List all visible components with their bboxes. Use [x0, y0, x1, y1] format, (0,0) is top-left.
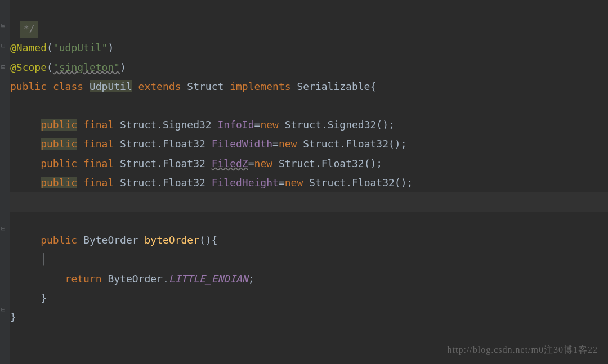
keyword-final: final: [83, 177, 114, 188]
field-declaration: public final Struct.Float32 FiledWidth=n…: [10, 138, 407, 150]
keyword-class: class: [53, 80, 83, 92]
keyword-final: final: [83, 158, 114, 169]
class-close: }: [10, 311, 16, 323]
return-type: ByteOrder: [83, 234, 138, 246]
editor-gutter: ⊟ ⊟ ⊟ ⊟ ⊟: [0, 0, 10, 364]
superclass: Struct: [187, 80, 223, 92]
field-name-typo: FiledZ: [212, 158, 248, 169]
fold-marker-icon[interactable]: ⊟: [1, 222, 5, 235]
keyword-new: new: [285, 177, 303, 188]
method-name: byteOrder: [144, 234, 199, 246]
fold-marker-icon[interactable]: ⊟: [1, 303, 5, 316]
fold-minus-icon[interactable]: ⊟: [1, 39, 5, 52]
keyword-public: public: [41, 177, 77, 188]
comment-end: */: [20, 21, 38, 38]
watermark: http://blog.csdn.net/m0注30博1客22: [448, 341, 598, 358]
keyword-new: new: [279, 138, 297, 150]
field-declaration: public final Struct.Float32 FiledHeight=…: [10, 177, 413, 188]
indent-guide: │: [41, 253, 47, 265]
keyword-public: public: [41, 234, 77, 246]
return-statement: return ByteOrder.LITTLE_ENDIAN;: [10, 273, 254, 285]
caret-line[interactable]: [10, 192, 608, 212]
fold-minus-icon[interactable]: ⊟: [1, 61, 5, 74]
field-name: FiledWidth: [212, 138, 272, 150]
constant: LITTLE_ENDIAN: [169, 273, 248, 285]
field-declaration: public final Struct.Signed32 InfoId=new …: [10, 119, 395, 131]
method-declaration: public ByteOrder byteOrder(){: [10, 234, 218, 246]
string-literal-typo: "singleton": [53, 61, 120, 73]
keyword-final: final: [83, 119, 114, 131]
annotation: @Named: [10, 42, 47, 53]
field-name: FiledHeight: [212, 177, 279, 188]
keyword-new: new: [254, 158, 273, 169]
field-name: InfoId: [218, 119, 254, 131]
annotation-named-line: @Named("udpUtil"): [10, 42, 114, 53]
keyword-implements: implements: [230, 80, 290, 92]
class-name: UdpUtil: [90, 80, 132, 92]
fold-minus-icon[interactable]: ⊟: [1, 19, 5, 32]
keyword-extends: extends: [138, 80, 181, 92]
keyword-public: public: [41, 119, 77, 131]
keyword-public: public: [10, 80, 47, 92]
string-literal: "udpUtil": [53, 42, 108, 53]
interface: Serializable: [297, 80, 370, 92]
class-declaration: public class UdpUtil extends Struct impl…: [10, 80, 376, 92]
field-declaration: public final Struct.Float32 FiledZ=new S…: [10, 158, 382, 169]
code-editor[interactable]: */ @Named("udpUtil") @Scope("singleton")…: [0, 0, 608, 327]
method-close: }: [10, 292, 47, 304]
keyword-public: public: [41, 138, 77, 150]
keyword-return: return: [65, 273, 102, 285]
keyword-new: new: [260, 119, 279, 131]
keyword-public: public: [41, 158, 77, 169]
annotation-scope-line: @Scope("singleton"): [10, 61, 126, 73]
annotation: @Scope: [10, 61, 47, 73]
keyword-final: final: [83, 138, 114, 150]
